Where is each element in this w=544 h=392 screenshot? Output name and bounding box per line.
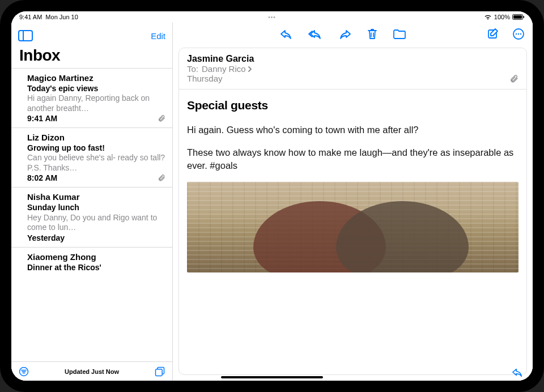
- ipad-device-frame: 9:41 AM Mon Jun 10 ••• 100%: [0, 0, 544, 392]
- forward-button[interactable]: [338, 28, 352, 40]
- wifi-icon: [484, 14, 492, 20]
- status-left: 9:41 AM Mon Jun 10: [19, 14, 78, 20]
- message-list[interactable]: Magico Martinez Today's epic views Hi ag…: [11, 68, 172, 361]
- message-paragraph: These two always know how to make me lau…: [187, 146, 518, 172]
- sidebar-footer: Updated Just Now: [11, 361, 172, 381]
- filter-button[interactable]: [18, 366, 29, 377]
- message-preview: Hey Danny, Do you and Rigo want to come …: [27, 213, 165, 233]
- message-subject: Special guests: [187, 99, 518, 112]
- to-line[interactable]: To: Danny Rico: [187, 64, 518, 74]
- svg-rect-2: [524, 16, 525, 18]
- battery-percentage: 100%: [494, 14, 510, 20]
- message-subject: Sunday lunch: [27, 202, 165, 212]
- to-label: To:: [187, 64, 198, 74]
- reply-all-button[interactable]: [308, 28, 324, 40]
- message-preview: Can you believe she's al- ready so tall?…: [27, 153, 165, 173]
- svg-point-15: [516, 33, 517, 35]
- svg-point-16: [518, 33, 519, 35]
- svg-rect-1: [513, 15, 522, 19]
- message-subject: Today's epic views: [27, 83, 165, 93]
- message-subject: Growing up too fast!: [27, 143, 165, 153]
- message-time: 8:02 AM: [27, 173, 57, 182]
- message-sender: Magico Martinez: [27, 73, 165, 83]
- chevron-right-icon: [247, 66, 253, 73]
- sidebar-title: Inbox: [18, 45, 165, 68]
- svg-point-17: [520, 33, 521, 35]
- message-list-pane: Edit Inbox Magico Martinez Today's epic …: [11, 23, 173, 381]
- svg-rect-3: [19, 31, 32, 41]
- attached-image[interactable]: [187, 182, 518, 272]
- message-body[interactable]: Special guests Hi again. Guess who's com…: [179, 90, 526, 374]
- message-sender: Nisha Kumar: [27, 192, 165, 202]
- quick-reply-button[interactable]: [511, 367, 524, 377]
- message-time: 9:41 AM: [27, 114, 57, 123]
- message-item[interactable]: Liz Dizon Growing up too fast! Can you b…: [11, 128, 172, 188]
- edit-button[interactable]: Edit: [151, 31, 165, 41]
- message-time: Yesterday: [27, 233, 65, 242]
- sidebar-toggle-button[interactable]: [18, 30, 33, 41]
- trash-button[interactable]: [367, 28, 378, 40]
- move-folder-button[interactable]: [393, 28, 406, 40]
- message-paragraph: Hi again. Guess who's coming to town wit…: [187, 123, 518, 136]
- home-indicator[interactable]: [221, 376, 323, 378]
- multitask-dots-icon[interactable]: •••: [268, 14, 276, 20]
- status-time: 9:41 AM: [19, 14, 42, 20]
- message-header[interactable]: Jasmine Garcia To: Danny Rico Thursday: [179, 48, 526, 90]
- attachment-icon: [158, 174, 165, 182]
- status-right: 100%: [484, 14, 525, 20]
- battery-icon: [512, 14, 525, 20]
- compose-button[interactable]: [487, 28, 500, 40]
- status-bar: 9:41 AM Mon Jun 10 ••• 100%: [11, 11, 533, 23]
- sidebar-header: Edit Inbox: [11, 23, 172, 68]
- message-subject: Dinner at the Ricos': [27, 262, 165, 272]
- reply-button[interactable]: [279, 28, 293, 40]
- message-preview: Hi again Danny, Reporting back on anothe…: [27, 93, 165, 113]
- screen: 9:41 AM Mon Jun 10 ••• 100%: [11, 11, 533, 381]
- reader-toolbar: [173, 23, 533, 45]
- main-split: Edit Inbox Magico Martinez Today's epic …: [11, 23, 533, 381]
- message-date: Thursday: [187, 74, 518, 83]
- message-sender: Liz Dizon: [27, 133, 165, 143]
- more-button[interactable]: [512, 28, 525, 40]
- reader-pane: Jasmine Garcia To: Danny Rico Thursday: [173, 23, 533, 381]
- from-name: Jasmine Garcia: [187, 54, 518, 64]
- attachment-icon: [158, 114, 165, 122]
- message-sender: Xiaomeng Zhong: [27, 252, 165, 262]
- message-item[interactable]: Xiaomeng Zhong Dinner at the Ricos': [11, 248, 172, 277]
- to-name: Danny Rico: [202, 64, 246, 74]
- message-item[interactable]: Magico Martinez Today's epic views Hi ag…: [11, 69, 172, 128]
- attachment-icon: [509, 74, 518, 83]
- status-date: Mon Jun 10: [45, 14, 78, 20]
- compose-stack-button[interactable]: [154, 366, 165, 377]
- sync-status-label: Updated Just Now: [65, 368, 119, 375]
- sidebar-toolbar: Edit: [18, 26, 165, 45]
- svg-rect-10: [156, 369, 163, 376]
- message-item[interactable]: Nisha Kumar Sunday lunch Hey Danny, Do y…: [11, 188, 172, 247]
- message-card: Jasmine Garcia To: Danny Rico Thursday: [178, 48, 527, 375]
